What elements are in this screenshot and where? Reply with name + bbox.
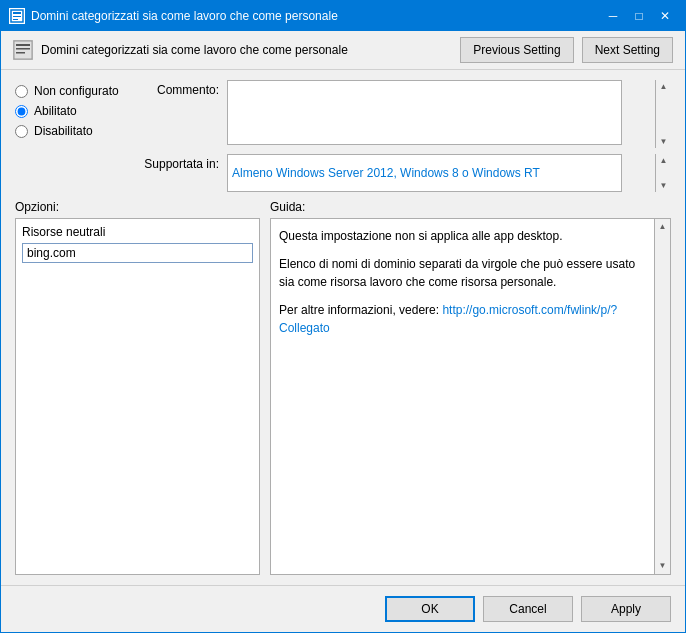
bottom-panels: Risorse neutrali bing.com Questa imposta… xyxy=(15,218,671,575)
main-window: Domini categorizzati sia come lavoro che… xyxy=(0,0,686,633)
title-bar-text: Domini categorizzati sia come lavoro che… xyxy=(31,9,338,23)
guide-paragraph3: Per altre informazioni, vedere: http://g… xyxy=(279,301,644,337)
guide-header-wrapper: Guida: xyxy=(270,200,671,214)
svg-rect-6 xyxy=(16,48,30,50)
ok-button[interactable]: OK xyxy=(385,596,475,622)
guide-panel: Questa impostazione non si applica alle … xyxy=(270,218,671,575)
supportata-scrollbar[interactable]: ▲ ▼ xyxy=(655,154,671,192)
svg-rect-2 xyxy=(13,16,21,17)
risorse-label: Risorse neutrali xyxy=(22,225,253,239)
supportata-row: Supportata in: Almeno Windows Server 201… xyxy=(139,154,671,192)
comment-scrollbar[interactable]: ▲ ▼ xyxy=(655,80,671,148)
title-bar-left: Domini categorizzati sia come lavoro che… xyxy=(9,8,338,24)
guide-box: Questa impostazione non si applica alle … xyxy=(270,218,671,575)
radio-abilitato[interactable]: Abilitato xyxy=(15,104,125,118)
top-area: Non configurato Abilitato Disabilitato C… xyxy=(15,80,671,192)
header-title: Domini categorizzati sia come lavoro che… xyxy=(41,43,348,57)
svg-rect-7 xyxy=(16,52,25,54)
svg-rect-1 xyxy=(13,12,21,14)
next-setting-button[interactable]: Next Setting xyxy=(582,37,673,63)
content-area: Non configurato Abilitato Disabilitato C… xyxy=(1,70,685,585)
svg-rect-3 xyxy=(13,19,18,20)
supportata-value: Almeno Windows Server 2012, Windows 8 o … xyxy=(227,154,622,192)
radio-disabilitato-input[interactable] xyxy=(15,125,28,138)
title-bar: Domini categorizzati sia come lavoro che… xyxy=(1,1,685,31)
right-fields: Commento: ▲ ▼ Supportata in: Almeno xyxy=(139,80,671,192)
guide-scroll-up: ▲ xyxy=(657,219,669,235)
guide-content: Questa impostazione non si applica alle … xyxy=(279,227,662,337)
options-box: Risorse neutrali bing.com xyxy=(15,218,260,575)
minimize-button[interactable]: ─ xyxy=(601,5,625,27)
radio-abilitato-input[interactable] xyxy=(15,105,28,118)
guide-scrollbar[interactable]: ▲ ▼ xyxy=(654,219,670,574)
apply-button[interactable]: Apply xyxy=(581,596,671,622)
radio-non-configurato[interactable]: Non configurato xyxy=(15,84,125,98)
header-bar: Domini categorizzati sia come lavoro che… xyxy=(1,31,685,70)
scroll-up-arrow: ▲ xyxy=(658,80,670,93)
title-bar-controls: ─ □ ✕ xyxy=(601,5,677,27)
supportata-scroll-down: ▼ xyxy=(658,179,670,192)
radio-disabilitato[interactable]: Disabilitato xyxy=(15,124,125,138)
footer: OK Cancel Apply xyxy=(1,585,685,632)
supportata-label: Supportata in: xyxy=(139,154,219,171)
radio-non-configurato-input[interactable] xyxy=(15,85,28,98)
cancel-button[interactable]: Cancel xyxy=(483,596,573,622)
maximize-button[interactable]: □ xyxy=(627,5,651,27)
guide-paragraph2: Elenco di nomi di dominio separati da vi… xyxy=(279,255,644,291)
close-button[interactable]: ✕ xyxy=(653,5,677,27)
guide-paragraph1: Questa impostazione non si applica alle … xyxy=(279,227,644,245)
options-header-wrapper: Opzioni: xyxy=(15,200,260,214)
radio-group: Non configurato Abilitato Disabilitato xyxy=(15,84,125,192)
risorse-input[interactable]: bing.com xyxy=(22,243,253,263)
comment-field-wrapper: ▲ ▼ xyxy=(227,80,671,148)
header-left: Domini categorizzati sia come lavoro che… xyxy=(13,40,348,60)
comment-textarea[interactable] xyxy=(227,80,622,145)
comment-row: Commento: ▲ ▼ xyxy=(139,80,671,148)
options-panel: Risorse neutrali bing.com xyxy=(15,218,260,575)
options-label: Opzioni: xyxy=(15,200,59,214)
policy-icon xyxy=(9,8,25,24)
svg-rect-4 xyxy=(14,41,32,59)
previous-setting-button[interactable]: Previous Setting xyxy=(460,37,573,63)
supportata-field: Almeno Windows Server 2012, Windows 8 o … xyxy=(227,154,671,192)
header-buttons: Previous Setting Next Setting xyxy=(460,37,673,63)
guide-scroll-down: ▼ xyxy=(657,558,669,574)
guide-label: Guida: xyxy=(270,200,305,214)
supportata-scroll-up: ▲ xyxy=(658,154,670,167)
scroll-down-arrow: ▼ xyxy=(658,135,670,148)
header-policy-icon xyxy=(13,40,33,60)
svg-rect-5 xyxy=(16,44,30,46)
section-labels: Opzioni: Guida: xyxy=(15,200,671,214)
comment-label: Commento: xyxy=(139,80,219,97)
